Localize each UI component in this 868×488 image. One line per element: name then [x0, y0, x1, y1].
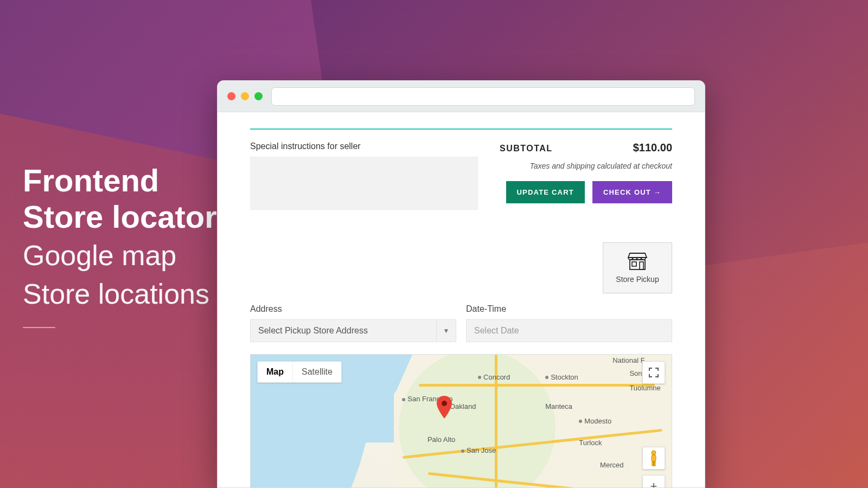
map-city-label: Turlock — [579, 439, 602, 447]
map-city-label: National F — [612, 356, 644, 364]
map-city-label: Manteca — [545, 402, 572, 410]
map-marker-icon — [436, 396, 452, 421]
pickup-address-value: Select Pickup Store Address — [258, 326, 368, 336]
map-city-label: Stockton — [545, 373, 578, 381]
store-icon — [627, 252, 648, 271]
svg-rect-2 — [640, 262, 643, 269]
map-city-label: Merced — [600, 461, 623, 469]
subtotal-label: SUBTOTAL — [500, 144, 553, 153]
map-fullscreen-button[interactable] — [642, 361, 665, 384]
instructions-textarea[interactable] — [250, 157, 478, 210]
promo-divider — [23, 327, 55, 328]
subtotal-amount: $110.00 — [633, 142, 672, 154]
svg-rect-6 — [652, 461, 654, 466]
map-type-toggle: Map Satellite — [257, 361, 342, 383]
map-zoom-in-button[interactable]: + — [643, 476, 665, 488]
browser-window: Special instructions for seller SUBTOTAL… — [217, 80, 705, 488]
checkout-button[interactable]: CHECK OUT → — [592, 181, 672, 203]
update-cart-button[interactable]: UPDATE CART — [506, 181, 585, 203]
map-type-satellite-button[interactable]: Satellite — [292, 362, 341, 382]
instructions-label: Special instructions for seller — [250, 142, 478, 151]
pegman-icon — [647, 450, 660, 466]
store-map[interactable]: San Francisco Oakland Concord Palo Alto … — [250, 354, 672, 488]
pickup-date-placeholder: Select Date — [474, 326, 519, 336]
promo-line-1: Frontend — [23, 163, 217, 199]
window-controls — [227, 92, 263, 100]
close-icon[interactable] — [227, 92, 235, 100]
map-city-label: San Jose — [461, 446, 496, 454]
section-divider — [250, 129, 672, 130]
fullscreen-icon — [649, 368, 659, 377]
map-pegman-button[interactable] — [642, 447, 665, 470]
map-road — [419, 384, 655, 387]
promo-line-2: Store locator — [23, 199, 217, 235]
promo-line-4: Store locations — [23, 277, 217, 312]
svg-point-3 — [442, 401, 447, 406]
promo-text-block: Frontend Store locator Google map Store … — [23, 163, 217, 328]
svg-rect-1 — [632, 262, 636, 266]
map-type-map-button[interactable]: Map — [258, 362, 292, 382]
address-field-label: Address — [250, 304, 456, 314]
svg-rect-7 — [654, 461, 656, 466]
map-city-label: Tuolumne — [629, 384, 660, 392]
pickup-date-input[interactable]: Select Date — [466, 319, 672, 342]
chevron-down-icon: ▼ — [436, 320, 456, 342]
map-city-label: Concord — [478, 373, 510, 381]
map-city-label: Palo Alto — [427, 435, 455, 444]
page-content: Special instructions for seller SUBTOTAL… — [218, 112, 705, 488]
store-pickup-label: Store Pickup — [616, 275, 659, 284]
maximize-icon[interactable] — [254, 92, 263, 100]
tax-shipping-note: Taxes and shipping calculated at checkou… — [500, 162, 672, 170]
map-zoom-control: + − — [642, 475, 665, 488]
svg-point-4 — [652, 451, 656, 455]
promo-line-3: Google map — [23, 238, 217, 273]
address-bar[interactable] — [271, 87, 695, 106]
datetime-field-label: Date-Time — [466, 304, 672, 314]
svg-rect-5 — [652, 455, 656, 461]
browser-chrome-bar — [218, 81, 705, 112]
store-pickup-tile[interactable]: Store Pickup — [603, 242, 672, 293]
map-city-label: Modesto — [579, 417, 611, 425]
pickup-address-select[interactable]: Select Pickup Store Address ▼ — [250, 319, 456, 342]
minimize-icon[interactable] — [241, 92, 249, 100]
